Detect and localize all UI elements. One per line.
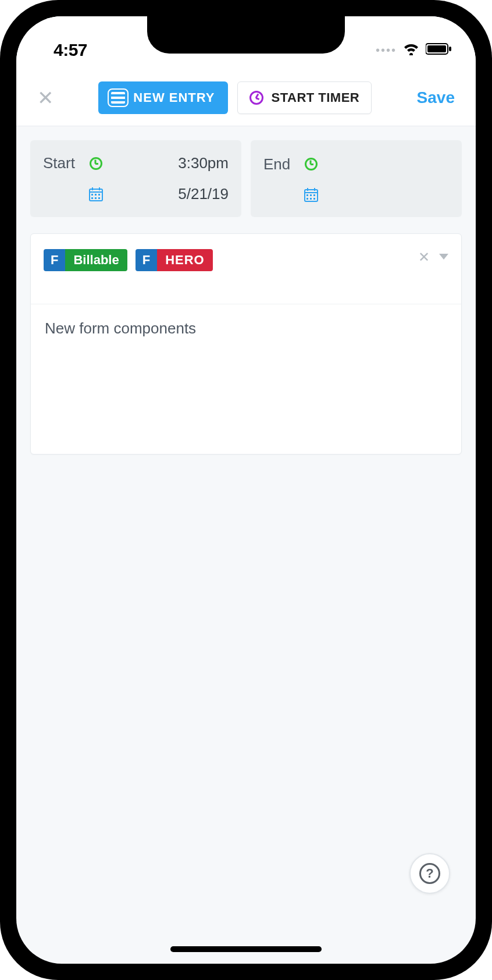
svg-rect-20 [306,198,308,200]
calendar-icon [89,187,103,201]
clock-icon [305,158,318,171]
clock-icon [249,91,263,105]
cellular-dots-icon: •••• [376,44,397,57]
tab-start-timer[interactable]: START TIMER [237,81,372,114]
clock-icon [90,157,102,170]
save-button[interactable]: Save [412,85,459,111]
tag-field[interactable]: FBillableFHERO ✕ [31,234,461,304]
help-button[interactable]: ? [409,853,450,894]
phone-volume-up [0,180,1,250]
svg-rect-8 [95,194,97,196]
svg-rect-19 [313,194,315,196]
help-icon: ? [419,863,440,884]
svg-rect-11 [95,197,97,199]
list-icon [111,92,125,104]
tag-chip-hero[interactable]: FHERO [136,249,213,271]
status-time: 4:57 [54,40,87,60]
calendar-icon [304,188,318,202]
phone-notch [147,16,345,54]
tag-prefix: F [44,249,65,271]
end-date-button[interactable] [304,188,318,202]
svg-rect-7 [91,194,93,196]
close-button[interactable]: ✕ [33,85,58,111]
phone-frame: 4:57 •••• ✕ [0,0,492,980]
start-tile: Start 3:30pm 5/21/19 [30,140,241,217]
clear-tags-button[interactable]: ✕ [418,249,430,265]
svg-rect-21 [310,198,312,200]
description-input[interactable]: New form components [45,319,447,338]
end-time-button[interactable] [304,158,318,171]
save-label: Save [417,88,455,106]
start-date-value[interactable]: 5/21/19 [117,185,229,203]
svg-rect-1 [427,45,446,52]
tab-new-entry[interactable]: NEW ENTRY [98,81,227,114]
wifi-icon [402,42,420,58]
start-label: Start [43,154,75,172]
toolbar: ✕ NEW ENTRY START TIMER Save [16,71,476,126]
tab-start-timer-label: START TIMER [272,90,360,105]
start-time-button[interactable] [89,157,103,170]
svg-rect-17 [306,194,308,196]
svg-rect-2 [449,47,451,51]
svg-rect-12 [98,197,100,199]
start-date-button[interactable] [89,187,103,201]
home-indicator[interactable] [170,946,322,952]
svg-rect-18 [310,194,312,196]
svg-rect-10 [91,197,93,199]
entry-card: FBillableFHERO ✕ New form components [30,233,462,455]
svg-rect-9 [98,194,100,196]
tag-prefix: F [136,249,157,271]
end-label: End [263,155,290,173]
tag-chip-billable[interactable]: FBillable [44,249,127,271]
phone-volume-down [0,262,1,332]
tab-new-entry-label: NEW ENTRY [133,90,215,105]
tag-label: Billable [65,249,127,271]
start-time-value[interactable]: 3:30pm [117,154,229,172]
tag-label: HERO [157,249,213,271]
phone-silence-switch [0,122,1,157]
close-icon: ✕ [37,86,54,109]
battery-icon [426,42,452,58]
chevron-down-icon[interactable] [439,254,448,260]
svg-rect-22 [313,198,315,200]
end-tile: End [251,140,462,217]
